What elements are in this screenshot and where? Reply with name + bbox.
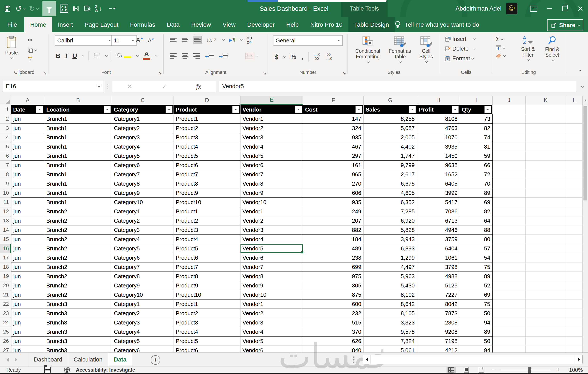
cell[interactable]: 1,299	[364, 253, 417, 262]
cell[interactable]: Category2	[112, 124, 174, 133]
cell[interactable]: Vendor7	[241, 170, 303, 179]
cell[interactable]: Vendor4	[241, 235, 303, 244]
share-button[interactable]: Share	[547, 19, 583, 31]
text-direction-dropdown[interactable]	[241, 38, 243, 41]
cell[interactable]	[493, 244, 525, 253]
clear-button[interactable]	[495, 53, 505, 59]
sort-filter-button[interactable]: AZ Sort & Filter	[516, 36, 540, 61]
cell[interactable]: Product7	[174, 262, 241, 272]
bold-button[interactable]: B	[56, 52, 61, 59]
cell[interactable]: jun	[11, 124, 44, 133]
cell[interactable]	[566, 142, 583, 151]
cell[interactable]	[525, 207, 566, 216]
cell[interactable]: jun	[11, 327, 44, 337]
cell[interactable]: 66	[460, 161, 493, 170]
cell[interactable]	[566, 290, 583, 300]
accounting-dropdown[interactable]	[283, 55, 286, 58]
cell[interactable]: Vendor6	[241, 346, 303, 353]
filter-button[interactable]	[104, 106, 111, 113]
number-format-select[interactable]: General	[273, 35, 343, 46]
cell[interactable]: Product3	[174, 318, 241, 327]
macro-record-icon[interactable]	[44, 367, 51, 373]
cell[interactable]: Vendor2	[241, 216, 303, 225]
cell[interactable]	[525, 198, 566, 207]
cell[interactable]: 59	[460, 151, 493, 161]
cell[interactable]: Category4	[112, 142, 174, 151]
cell[interactable]: Vendor9	[241, 188, 303, 198]
increase-indent-button[interactable]: ➡	[219, 53, 227, 59]
font-color-button[interactable]: A	[143, 51, 150, 61]
cell[interactable]: 8,642	[364, 300, 417, 309]
cell[interactable]: Brunch1	[44, 188, 112, 198]
cell[interactable]	[566, 235, 583, 244]
font-dialog-launcher[interactable]: ↘	[158, 70, 162, 76]
table-header-cell[interactable]: Qty	[460, 105, 493, 114]
cell[interactable]	[493, 272, 525, 281]
cell[interactable]	[566, 327, 583, 337]
paste-button[interactable]: Paste	[5, 36, 18, 59]
cell[interactable]: 5,430	[364, 281, 417, 290]
cell[interactable]: jun	[11, 225, 44, 235]
cell[interactable]: Brunch3	[44, 327, 112, 337]
cell[interactable]: 882	[303, 225, 364, 235]
cell[interactable]: 4212	[417, 346, 460, 353]
next-sheet-button[interactable]	[15, 358, 17, 362]
cell[interactable]: Brunch1	[44, 133, 112, 142]
cell[interactable]: Vendor5	[241, 337, 303, 346]
cell[interactable]: jun	[11, 318, 44, 327]
cell[interactable]: Product4	[174, 327, 241, 337]
cell[interactable]: 699	[303, 262, 364, 272]
cell[interactable]: Category6	[112, 161, 174, 170]
cell[interactable]: 69	[460, 290, 493, 300]
cell[interactable]: 7,824	[364, 337, 417, 346]
cell[interactable]: Category7	[112, 170, 174, 179]
cell[interactable]: 875	[303, 290, 364, 300]
table-header-cell[interactable]: Date	[11, 105, 44, 114]
cell[interactable]: Product8	[174, 179, 241, 188]
insert-cells-button[interactable]: Insert	[445, 36, 476, 42]
cell[interactable]: 5,087	[364, 124, 417, 133]
cell[interactable]	[525, 179, 566, 188]
cell[interactable]: Brunch1	[44, 161, 112, 170]
row-number[interactable]: 22	[0, 300, 11, 309]
cell[interactable]: jun	[11, 253, 44, 262]
orientation-dropdown[interactable]	[222, 38, 225, 41]
row-number[interactable]: 18	[0, 262, 11, 272]
cell[interactable]: 3,943	[364, 235, 417, 244]
cell[interactable]: Brunch3	[44, 337, 112, 346]
cell[interactable]: 1450	[417, 151, 460, 161]
cell[interactable]	[566, 170, 583, 179]
cell[interactable]: 64	[460, 216, 493, 225]
cell[interactable]	[566, 244, 583, 253]
cell[interactable]: Brunch2	[44, 225, 112, 235]
cell[interactable]: Brunch2	[44, 272, 112, 281]
cell[interactable]: Product5	[174, 151, 241, 161]
cell[interactable]: 489	[303, 244, 364, 253]
font-size-select[interactable]: 11	[111, 35, 137, 46]
decrease-indent-button[interactable]: ⬅	[205, 53, 214, 59]
ribbon-tab-nitro-pro-10[interactable]: Nitro Pro 10	[304, 17, 348, 32]
row-number[interactable]: 19	[0, 272, 11, 281]
cell[interactable]	[493, 114, 525, 124]
scroll-left-button[interactable]	[363, 355, 371, 364]
minimize-button[interactable]	[542, 0, 557, 17]
cell[interactable]: 4988	[417, 272, 460, 281]
cell[interactable]: Vendor3	[241, 318, 303, 327]
report-button[interactable]	[84, 5, 91, 12]
name-box[interactable]: E16	[3, 81, 104, 92]
cell[interactable]: Product2	[174, 124, 241, 133]
align-left-button[interactable]	[170, 52, 177, 59]
cell[interactable]: Brunch1	[44, 114, 112, 124]
cell[interactable]: 73	[460, 114, 493, 124]
cell[interactable]	[525, 188, 566, 198]
cell[interactable]: 7227	[417, 290, 460, 300]
cell[interactable]: Product1	[174, 114, 241, 124]
table-header-cell[interactable]: Category	[112, 105, 174, 114]
cell[interactable]: 3999	[417, 188, 460, 198]
row-number[interactable]: 9	[0, 179, 11, 188]
cell[interactable]: Vendor4	[241, 142, 303, 151]
cell[interactable]	[493, 253, 525, 262]
accessibility-status[interactable]: Accessibility: Investigate	[76, 367, 135, 373]
zoom-out-button[interactable]: −	[492, 367, 496, 373]
cell[interactable]	[493, 198, 525, 207]
